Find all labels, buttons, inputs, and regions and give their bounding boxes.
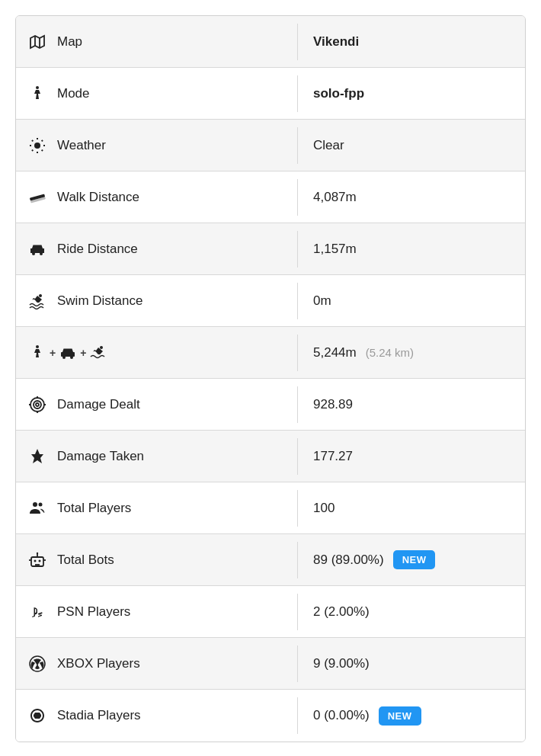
svg-point-16 [39,294,42,297]
total-bots-value: 89 (89.00%) [313,553,384,568]
svg-point-29 [33,502,37,507]
svg-line-9 [42,149,43,150]
label-psn-players: PSN Players [16,594,298,630]
label-xbox-players: XBOX Players [16,645,298,682]
psn-players-value: 2 (2.00%) [313,604,370,620]
svg-point-21 [100,346,103,349]
value-weather: Clear [298,129,525,162]
row-map: Map Vikendi [16,16,525,68]
stadia-icon [28,706,46,725]
label-damage-taken: Damage Taken [16,438,298,475]
value-ride-distance: 1,157m [298,232,525,266]
value-psn-players: 2 (2.00%) [298,595,525,629]
xbox-icon [28,655,46,673]
damage-taken-label: Damage Taken [57,449,144,464]
map-label: Map [57,34,82,50]
label-weather: Weather [16,127,298,164]
total-bots-badge: NEW [393,550,436,569]
row-total-distance: + + 5,244m (5.24 km) [16,327,525,379]
svg-point-22 [30,398,44,412]
damage-taken-value: 177.27 [313,449,353,464]
stats-table: Map Vikendi Mode solo-fpp [15,15,526,742]
svg-point-30 [39,502,43,506]
ride-distance-icon [28,240,46,258]
svg-point-2 [36,86,39,89]
psn-players-label: PSN Players [57,604,130,620]
mode-label: Mode [57,86,90,101]
swim-distance-label: Swim Distance [57,293,142,309]
value-map: Vikendi [298,25,525,59]
weather-label: Weather [57,138,106,153]
svg-line-10 [32,149,33,150]
svg-point-19 [62,356,66,359]
svg-line-11 [42,139,43,140]
stadia-players-value: 0 (0.00%) [313,708,370,723]
damage-taken-icon [28,447,46,466]
value-xbox-players: 9 (9.00%) [298,647,525,681]
car-icon-small [59,344,77,362]
row-total-players: Total Players 100 [16,482,525,534]
value-damage-taken: 177.27 [298,440,525,473]
walk-distance-icon [28,188,46,207]
psn-icon [28,603,46,621]
stadia-players-label: Stadia Players [57,708,141,723]
svg-point-15 [40,252,43,255]
ride-distance-value: 1,157m [313,242,357,257]
label-map: Map [16,24,298,60]
mode-icon [28,85,46,103]
label-ride-distance: Ride Distance [16,231,298,267]
plus-1: + [50,347,56,359]
walk-distance-value: 4,087m [313,190,357,205]
xbox-players-label: XBOX Players [57,656,140,671]
mode-value: solo-fpp [313,86,364,101]
label-total-bots: Total Bots [16,542,298,578]
value-mode: solo-fpp [298,77,525,111]
value-stadia-players: 0 (0.00%) NEW [298,697,525,735]
row-damage-taken: Damage Taken 177.27 [16,431,525,482]
value-total-distance: 5,244m (5.24 km) [298,336,525,370]
label-total-players: Total Players [16,490,298,527]
label-total-distance: + + [16,335,298,371]
row-psn-players: PSN Players 2 (2.00%) [16,586,525,638]
combined-distance-icons: + + [28,344,107,362]
row-walk-distance: Walk Distance 4,087m [16,171,525,223]
row-stadia-players: Stadia Players 0 (0.00%) NEW [16,690,525,742]
label-damage-dealt: Damage Dealt [16,386,298,423]
svg-point-24 [36,403,39,406]
svg-point-17 [36,345,39,348]
walk-icon-small [28,344,46,362]
svg-rect-18 [61,352,75,357]
total-players-value: 100 [313,501,335,516]
row-weather: Weather Clear [16,120,525,171]
value-swim-distance: 0m [298,284,525,318]
total-bots-label: Total Bots [57,553,114,568]
damage-dealt-icon [28,396,46,414]
walk-distance-label: Walk Distance [57,190,139,205]
svg-point-3 [34,143,40,149]
weather-value: Clear [313,138,344,153]
row-damage-dealt: Damage Dealt 928.89 [16,379,525,431]
svg-line-8 [32,139,33,140]
value-total-bots: 89 (89.00%) NEW [298,541,525,578]
stadia-players-badge: NEW [379,706,421,726]
row-swim-distance: Swim Distance 0m [16,275,525,327]
svg-point-23 [34,401,41,408]
svg-point-14 [32,252,35,255]
swim-distance-value: 0m [313,293,331,309]
damage-dealt-label: Damage Dealt [57,397,140,412]
row-ride-distance: Ride Distance 1,157m [16,223,525,275]
total-distance-secondary: (5.24 km) [366,346,414,359]
swim-distance-icon [28,292,46,310]
xbox-players-value: 9 (9.00%) [313,656,370,671]
plus-2: + [80,347,86,359]
row-xbox-players: XBOX Players 9 (9.00%) [16,638,525,690]
total-players-label: Total Players [57,501,131,516]
map-icon [28,33,46,51]
label-mode: Mode [16,75,298,112]
damage-dealt-value: 928.89 [313,397,353,412]
row-mode: Mode solo-fpp [16,68,525,120]
swim-icon-small [89,344,107,362]
label-swim-distance: Swim Distance [16,283,298,319]
svg-point-20 [70,356,73,359]
ride-distance-label: Ride Distance [57,242,138,257]
